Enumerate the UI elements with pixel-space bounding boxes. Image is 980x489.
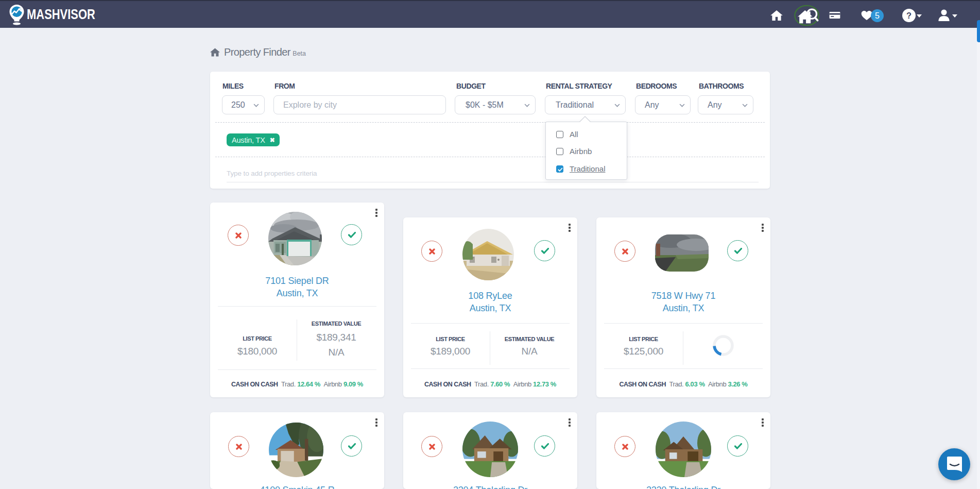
svg-text:?: ?	[906, 11, 912, 20]
